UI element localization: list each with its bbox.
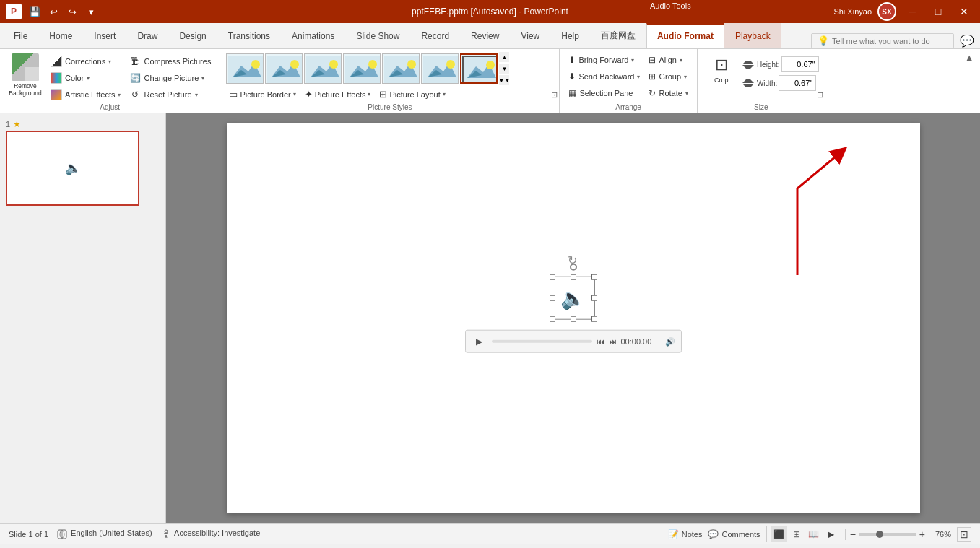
- title-bar: P 💾 ↩ ↪ ▾ Audio Tools pptFEBE.pptm [Auto…: [0, 0, 980, 23]
- picture-style-2[interactable]: [265, 53, 303, 84]
- artistic-effects-button[interactable]: Artistic Effects ▾: [48, 87, 123, 103]
- tab-transitions[interactable]: Transitions: [217, 23, 281, 48]
- bring-forward-button[interactable]: ⬆ Bring Forward ▾: [565, 52, 643, 68]
- tell-me-input[interactable]: [832, 37, 948, 45]
- size-expand[interactable]: ⊡: [817, 90, 823, 100]
- handle-ml[interactable]: [550, 295, 555, 301]
- rotate-icon: ↻: [649, 88, 656, 98]
- rotate-button[interactable]: ↻ Rotate ▾: [646, 85, 690, 101]
- slide-number: 1 ★: [6, 119, 160, 129]
- minimize-button[interactable]: ─: [902, 1, 922, 22]
- progress-bar[interactable]: [492, 340, 592, 343]
- handle-br[interactable]: [591, 316, 597, 322]
- picture-styles-expand[interactable]: ⊡: [551, 90, 558, 100]
- tab-baidu[interactable]: 百度网盘: [590, 23, 646, 48]
- forward-button[interactable]: ⏭: [609, 337, 617, 346]
- tell-me-search[interactable]: 💡: [811, 33, 954, 48]
- gallery-scroll-up[interactable]: ▲: [499, 52, 509, 62]
- tab-slideshow[interactable]: Slide Show: [345, 23, 410, 48]
- picture-style-6[interactable]: [421, 53, 459, 84]
- tab-playback[interactable]: Playback: [724, 23, 781, 48]
- width-spin[interactable]: [742, 75, 754, 91]
- tab-file[interactable]: File: [3, 23, 38, 48]
- slide-1-container[interactable]: 1 ★ 🔈: [6, 119, 160, 206]
- gallery-more[interactable]: ▼▼: [499, 75, 509, 85]
- picture-style-5[interactable]: [382, 53, 420, 84]
- reading-view-button[interactable]: 📖: [806, 526, 822, 542]
- align-button[interactable]: ⊟ Align ▾: [646, 52, 690, 68]
- height-input[interactable]: [781, 56, 819, 72]
- close-button[interactable]: ✕: [954, 1, 974, 22]
- zoom-slider[interactable]: [859, 533, 916, 536]
- tab-animations[interactable]: Animations: [281, 23, 345, 48]
- reset-picture-button[interactable]: ↺ Reset Picture ▾: [126, 87, 214, 103]
- picture-style-7[interactable]: [460, 53, 498, 84]
- picture-layout-button[interactable]: ⊞ Picture Layout ▾: [376, 87, 448, 101]
- handle-bl[interactable]: [550, 316, 555, 322]
- tab-view[interactable]: View: [510, 23, 550, 48]
- color-button[interactable]: Color ▾: [48, 70, 123, 86]
- audio-icon-container: ↻ 🔈: [552, 277, 595, 320]
- zoom-in-button[interactable]: +: [919, 529, 925, 540]
- svg-point-7: [290, 60, 299, 69]
- save-button[interactable]: 💾: [26, 3, 43, 20]
- slideshow-button[interactable]: ▶: [823, 526, 839, 542]
- crop-icon: ⊡: [710, 53, 733, 77]
- remove-background-button[interactable]: Remove Background: [6, 52, 45, 98]
- fit-slide-button[interactable]: ⊡: [957, 527, 971, 542]
- restore-button[interactable]: □: [928, 1, 948, 22]
- customize-qa-button[interactable]: ▾: [82, 3, 100, 20]
- comments-button[interactable]: 💬 Comments: [708, 529, 760, 539]
- corrections-button[interactable]: Corrections ▾: [48, 53, 123, 69]
- crop-button[interactable]: ⊡ Crop: [703, 52, 740, 85]
- rewind-button[interactable]: ⏮: [597, 337, 604, 346]
- zoom-level[interactable]: 76%: [928, 530, 951, 539]
- group-button[interactable]: ⊞ Group ▾: [646, 69, 690, 84]
- audio-element[interactable]: ↻ 🔈 ▶ ⏮ ⏭ 00:00.00 🔊: [465, 277, 682, 353]
- picture-effects-button[interactable]: ✦ Picture Effects ▾: [302, 87, 374, 101]
- tab-home[interactable]: Home: [38, 23, 83, 48]
- handle-mr[interactable]: [591, 295, 597, 301]
- slide-sorter-button[interactable]: ⊞: [789, 526, 805, 542]
- tab-design[interactable]: Design: [168, 23, 217, 48]
- width-input[interactable]: [779, 75, 816, 91]
- comments-icon[interactable]: 💬: [960, 34, 974, 48]
- handle-tl[interactable]: [550, 274, 555, 280]
- slide-thumbnail[interactable]: 🔈: [6, 131, 139, 206]
- gallery-scroll-down[interactable]: ▼: [499, 64, 509, 74]
- redo-button[interactable]: ↪: [64, 3, 81, 20]
- user-avatar[interactable]: SX: [877, 2, 896, 21]
- picture-style-1[interactable]: [226, 53, 264, 84]
- volume-button[interactable]: 🔊: [665, 336, 675, 346]
- accessibility-indicator[interactable]: Accessibility: Investigate: [161, 529, 261, 539]
- handle-tm[interactable]: [571, 274, 576, 280]
- tab-record[interactable]: Record: [410, 23, 460, 48]
- undo-button[interactable]: ↩: [45, 3, 62, 20]
- normal-view-button[interactable]: ⬛: [771, 526, 787, 542]
- bring-forward-icon: ⬆: [568, 55, 576, 65]
- tab-audio-format[interactable]: Audio Format: [646, 23, 724, 48]
- play-button[interactable]: ▶: [472, 334, 487, 349]
- ribbon-tabs: File Home Insert Draw Design Transitions…: [0, 23, 980, 49]
- compress-pictures-button[interactable]: 🗜 Compress Pictures: [126, 53, 214, 69]
- handle-bm[interactable]: [571, 316, 576, 322]
- tab-insert[interactable]: Insert: [83, 23, 126, 48]
- tab-draw[interactable]: Draw: [126, 23, 168, 48]
- tab-help[interactable]: Help: [550, 23, 590, 48]
- collapse-ribbon-button[interactable]: ▲: [964, 52, 974, 64]
- width-down-icon: [742, 84, 754, 87]
- notes-button[interactable]: 📝 Notes: [668, 529, 703, 539]
- tab-review[interactable]: Review: [460, 23, 510, 48]
- send-backward-button[interactable]: ⬇ Send Backward ▾: [565, 69, 643, 84]
- audio-controls-bar: ▶ ⏮ ⏭ 00:00.00 🔊: [465, 330, 682, 353]
- status-left: Slide 1 of 1 English (United States) Acc…: [9, 529, 260, 539]
- change-picture-button[interactable]: 🔄 Change Picture ▾: [126, 70, 214, 86]
- height-input-row: Height:: [742, 56, 819, 72]
- zoom-out-button[interactable]: −: [850, 529, 856, 540]
- selection-pane-button[interactable]: ▦ Selection Pane: [565, 85, 643, 101]
- handle-tr[interactable]: [591, 274, 597, 280]
- picture-border-button[interactable]: ▭ Picture Border ▾: [226, 87, 298, 101]
- picture-style-4[interactable]: [343, 53, 381, 84]
- height-spin[interactable]: [742, 56, 754, 72]
- picture-style-3[interactable]: [304, 53, 342, 84]
